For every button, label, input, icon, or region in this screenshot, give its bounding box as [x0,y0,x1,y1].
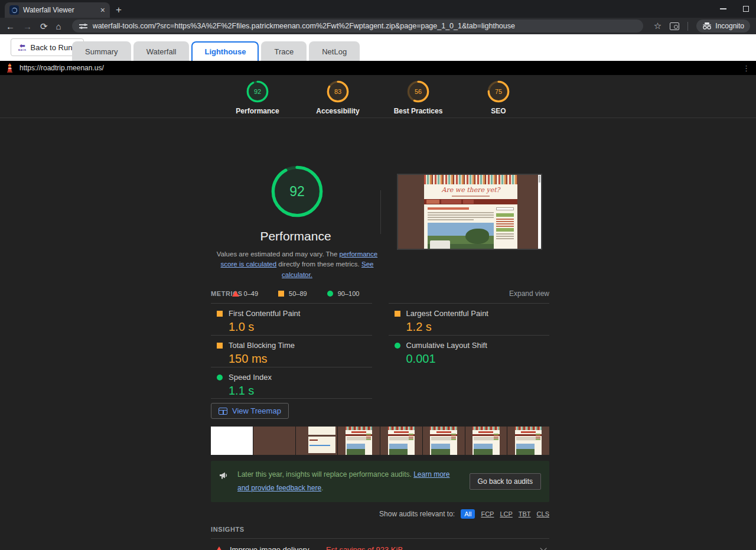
metric-status-icon [217,375,223,380]
svg-text:83: 83 [334,88,341,95]
minimize-icon[interactable] [720,8,726,9]
filmstrip-frame-blank [211,427,253,455]
page-title: Performance [211,229,380,243]
back-icon[interactable]: ← [6,22,15,31]
metric-cls: Cumulative Layout Shift 0.001 [389,335,550,367]
incognito-label: Incognito [715,22,744,30]
metric-speed-index: Speed Index 1.1 s [211,367,372,399]
close-tab-icon[interactable]: × [100,6,105,14]
site-settings-icon[interactable] [79,22,87,30]
fail-range-icon [232,291,239,297]
browser-navbar: ← → ⟳ ⌂ waterfall-tools.com/?src=https%3… [0,18,756,34]
lighthouse-report: 92 Performance Values are estimated and … [211,118,549,550]
lighthouse-favicon-icon [6,63,14,73]
filmstrip-frame-bg [253,427,295,455]
tab-waterfall[interactable]: Waterfall [133,41,190,61]
incognito-badge: Incognito [696,19,750,32]
filter-tbt[interactable]: TBT [519,510,531,518]
filmstrip-frame-page [465,427,507,455]
browser-tab-strip: Waterfall Viewer × + [0,0,756,18]
metric-fcp: First Contentful Paint 1.0 s [211,303,372,335]
score-gauge-performance[interactable]: 92 Performance [232,80,284,118]
score-gauge-seo[interactable]: 75 SEO [472,80,524,118]
site-header-stripes [424,175,517,184]
search-tabs-icon[interactable] [670,22,679,30]
metric-status-icon [395,343,400,349]
back-to-runs-icon: ⬅BACK [18,43,27,51]
audited-site-bar: https://roadtrip.meenan.us/ ⋮ [0,61,756,75]
metric-status-icon [217,311,223,317]
score-gauge-best-practices[interactable]: 56 Best Practices [392,80,444,118]
go-back-to-audits-button[interactable]: Go back to audits [470,473,541,490]
metric-status-icon [217,343,223,349]
treemap-icon [219,408,227,415]
score-disclaimer: Values are estimated and may vary. The p… [211,249,383,280]
metric-tbt: Total Blocking Time 150 ms [211,335,372,367]
new-tab-button[interactable]: + [116,4,122,16]
insights-section-label: INSIGHTS [211,526,549,533]
fail-triangle-icon [216,546,223,550]
tab-netlog[interactable]: NetLog [309,41,360,61]
tab-trace[interactable]: Trace [261,41,307,61]
reload-icon[interactable]: ⟳ [40,22,48,31]
metrics-grid: First Contentful Paint 1.0 s Largest Con… [211,303,549,399]
site-photo [428,223,494,250]
svg-text:92: 92 [254,88,261,95]
app-toolbar: ⬅BACK Back to Runs Summary Waterfall Lig… [0,34,756,61]
metric-status-icon [395,311,400,317]
app-tabs: Summary Waterfall Lighthouse Trace NetLo… [72,41,360,61]
audited-site-url: https://roadtrip.meenan.us/ [19,64,737,72]
thumbnail-scrollbar [538,175,541,249]
tab-summary[interactable]: Summary [72,41,131,61]
audit-filters: Show audits relevant to: AllFCPLCPTBTCLS [211,509,549,519]
final-screenshot-thumbnail: Are we there yet? [397,174,542,250]
view-treemap-button[interactable]: View Treemap [211,403,289,419]
forward-icon: → [23,22,32,31]
filmstrip-frame-partial [296,427,338,455]
insight-improve-image-delivery[interactable]: Improve image delivery — Est savings of … [211,538,549,550]
more-menu-icon[interactable]: ⋮ [742,64,750,73]
toolbar-separator [687,22,688,31]
filmstrip-frame-page [380,427,422,455]
home-icon[interactable]: ⌂ [56,22,61,31]
score-legend: 0–49 50–89 90–100 [211,290,380,297]
site-nav [424,199,517,204]
filmstrip-frame-page [423,427,465,455]
filmstrip-frame-page [507,427,549,455]
browser-window: Waterfall Viewer × + ← → ⟳ ⌂ waterfall-t… [0,0,756,550]
score-gauge-accessibility[interactable]: 83 Accessibility [312,80,364,118]
filter-cls[interactable]: CLS [537,510,549,518]
filters-label: Show audits relevant to: [379,510,455,518]
chevron-down-icon[interactable] [540,545,546,550]
tab-lighthouse[interactable]: Lighthouse [191,41,259,61]
url-bar[interactable]: waterfall-tools.com/?src=https%3A%2F%2Ff… [72,19,643,32]
hero-divider [380,190,381,234]
pass-range-icon [327,291,333,297]
filter-fcp[interactable]: FCP [481,510,494,518]
performance-hero: 92 Performance Values are estimated and … [211,118,549,289]
expand-view-link[interactable]: Expand view [509,289,549,298]
metric-lcp: Largest Contentful Paint 1.2 s [389,303,550,335]
svg-text:92: 92 [289,184,305,199]
notice-text: Later this year, insights will replace p… [237,470,413,479]
filter-chips: AllFCPLCPTBTCLS [461,509,549,519]
svg-text:56: 56 [415,88,422,95]
score-header: 92 Performance 83 Accessibility 56 Best [0,75,756,118]
bookmark-star-icon[interactable]: ☆ [654,21,662,31]
browser-tab[interactable]: Waterfall Viewer × [5,2,110,18]
filmstrip [211,427,549,455]
window-controls [720,0,749,18]
insights-notice: Later this year, insights will replace p… [211,461,549,502]
filter-lcp[interactable]: LCP [500,510,512,518]
browser-tab-title: Waterfall Viewer [23,6,96,14]
site-title: Are we there yet? [424,186,517,194]
svg-text:75: 75 [495,88,502,95]
filter-all[interactable]: All [461,509,475,519]
average-range-icon [278,291,284,297]
incognito-icon [702,22,712,30]
url-text[interactable]: waterfall-tools.com/?src=https%3A%2F%2Ff… [93,22,515,30]
maximize-icon[interactable] [743,6,749,12]
megaphone-icon [219,471,229,480]
filmstrip-frame-page [338,427,380,455]
performance-main-gauge: 92 [270,164,322,219]
